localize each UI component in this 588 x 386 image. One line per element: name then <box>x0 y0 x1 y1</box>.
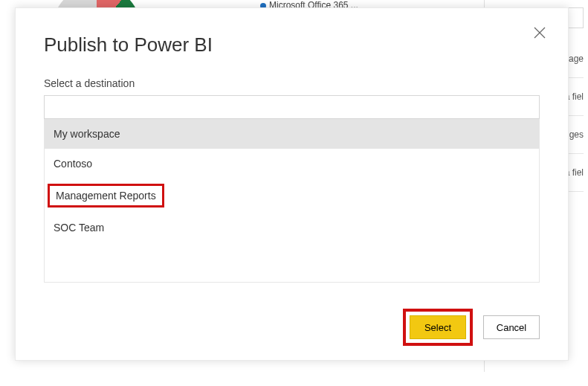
list-item-label: SOC Team <box>54 222 104 234</box>
destination-option-soc-team[interactable]: SOC Team <box>45 213 539 242</box>
list-item-label-highlighted: Management Reports <box>48 184 164 208</box>
publish-dialog: Publish to Power BI Select a destination… <box>15 7 569 361</box>
close-icon <box>533 26 546 39</box>
destination-option-contoso[interactable]: Contoso <box>45 149 539 178</box>
dialog-subtitle: Select a destination <box>44 77 540 89</box>
destination-list: My workspace Contoso Management Reports … <box>44 119 540 283</box>
select-button[interactable]: Select <box>410 315 466 339</box>
list-item-label: Contoso <box>54 158 92 170</box>
destination-search-input[interactable] <box>44 95 540 119</box>
dialog-title: Publish to Power BI <box>44 33 540 57</box>
close-button[interactable] <box>531 25 549 42</box>
destination-option-my-workspace[interactable]: My workspace <box>45 119 539 149</box>
dialog-button-row: Select Cancel <box>410 315 540 339</box>
cancel-button[interactable]: Cancel <box>483 315 540 339</box>
select-button-highlight: Select <box>403 309 473 346</box>
list-item-label: My workspace <box>54 128 120 140</box>
destination-option-management-reports[interactable]: Management Reports <box>45 178 539 213</box>
